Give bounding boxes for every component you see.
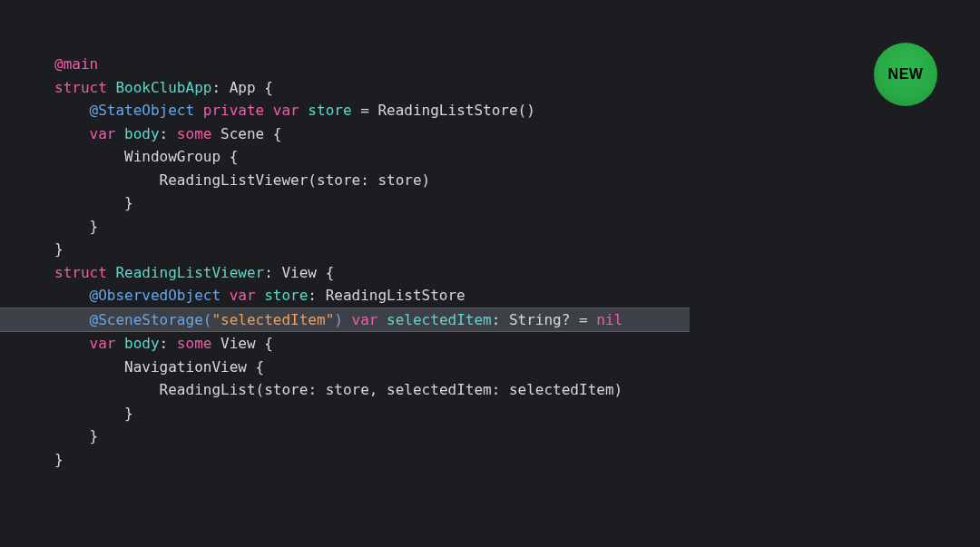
arg-label: store [317,171,360,189]
punct: ) [422,171,431,189]
keyword: var [90,125,125,142]
keyword: some [177,335,220,352]
type-name: WindowGroup [124,148,220,165]
attribute: @StateObject [90,102,203,119]
punct: : [160,335,177,352]
identifier: body [124,335,160,352]
arg-label: store [264,381,308,398]
identifier: store [264,287,308,304]
type-name: BookClubApp [115,79,211,96]
op: ? = [562,311,597,328]
identifier: body [124,125,160,142]
identifier: store [326,381,369,398]
keyword: nil [596,311,622,328]
punct: ) [334,311,343,328]
type-name: NavigationView [124,358,247,376]
keyword: some [177,125,220,142]
code-line: } [0,238,980,261]
punct: } [54,240,64,258]
indent [54,311,90,328]
punct: : [308,381,325,398]
code-line: } [0,448,980,472]
punct: } [54,194,133,211]
code-line: ReadingListViewer(store: store) [0,169,980,192]
code-line: } [0,402,980,425]
indent [54,287,90,304]
punct: : [360,171,377,189]
type-name: ReadingListViewer [160,171,309,189]
punct: { [220,148,238,165]
op: = [352,102,378,119]
attribute: @main [54,55,98,73]
type-name: View [220,335,256,352]
indent [54,102,90,119]
punct: { [256,79,273,96]
keyword: var [343,311,387,328]
type-name: String [509,311,562,328]
punct: : [308,287,325,304]
keyword: struct [54,79,115,96]
arg-label: selectedItem [387,381,492,398]
identifier: store [308,102,351,119]
type-name: Scene [220,125,264,142]
punct: ( [308,171,317,189]
code-line: WindowGroup { [0,145,980,169]
keyword: var [230,287,265,304]
string: "selectedItem" [211,311,334,328]
punct: : [492,381,509,398]
punct: } [54,218,98,235]
punct: ) [614,381,623,398]
punct: : [211,79,229,96]
keyword: var [90,335,125,352]
punct: { [256,335,273,352]
code-line: var body: some Scene { [0,122,980,146]
punct: } [54,405,133,422]
protocol: App [230,79,256,96]
attribute: @SceneStorage [90,311,203,328]
code-line: @ObservedObject var store: ReadingListSt… [0,284,980,308]
indent [54,148,124,165]
code-line: } [0,215,980,239]
identifier: selectedItem [509,381,614,398]
punct: () [518,102,535,119]
punct: : [492,311,509,328]
code-line: } [0,425,980,448]
code-line: @main [0,53,980,76]
code-line: ReadingList(store: store, selectedItem: … [0,378,980,402]
attribute: @ObservedObject [90,287,230,304]
protocol: View [281,264,317,281]
keyword: private [203,102,273,119]
indent [54,358,124,376]
code-line: @StateObject private var store = Reading… [0,99,980,122]
code-line-highlighted: @SceneStorage("selectedItem") var select… [0,308,690,333]
punct: { [317,264,334,281]
punct: } [54,451,64,468]
type-name: ReadingList [160,381,256,398]
indent [54,125,90,142]
code-line: struct BookClubApp: App { [0,76,980,100]
punct: ( [256,381,265,398]
type-name: ReadingListViewer [115,264,264,281]
punct: : [264,264,281,281]
keyword: var [273,102,309,119]
code-line: var body: some View { [0,332,980,356]
punct: ( [203,311,212,328]
punct: : [160,125,177,142]
indent [54,171,160,189]
code-line: struct ReadingListViewer: View { [0,261,980,285]
punct: { [247,358,264,376]
code-block: @main struct BookClubApp: App { @StateOb… [0,0,980,471]
code-line: } [0,191,980,215]
identifier: store [377,171,421,189]
type-name: ReadingListStore [377,102,517,119]
identifier: selectedItem [387,311,492,328]
indent [54,381,160,398]
code-line: NavigationView { [0,356,980,379]
punct: } [54,427,98,444]
indent [54,335,90,352]
type-name: ReadingListStore [326,287,466,304]
punct: { [264,125,281,142]
keyword: struct [54,264,115,281]
punct: , [369,381,387,398]
